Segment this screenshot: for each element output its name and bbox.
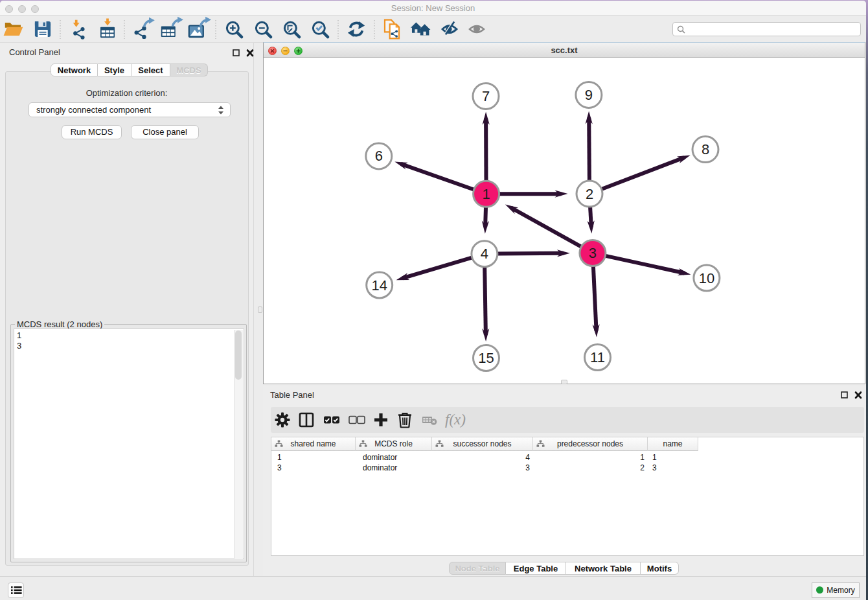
svg-text:10: 10 xyxy=(699,270,714,286)
svg-text:1: 1 xyxy=(482,186,490,202)
svg-text:f(x): f(x) xyxy=(445,411,466,428)
svg-text:7: 7 xyxy=(482,88,490,104)
svg-text:15: 15 xyxy=(478,350,494,366)
svg-text:9: 9 xyxy=(585,87,593,103)
svg-text:14: 14 xyxy=(371,277,387,294)
svg-text:3: 3 xyxy=(589,245,597,261)
svg-text:8: 8 xyxy=(702,141,709,157)
svg-text:2: 2 xyxy=(586,186,593,202)
svg-text:11: 11 xyxy=(590,349,605,365)
svg-text:4: 4 xyxy=(481,246,488,262)
svg-text:6: 6 xyxy=(375,148,383,164)
